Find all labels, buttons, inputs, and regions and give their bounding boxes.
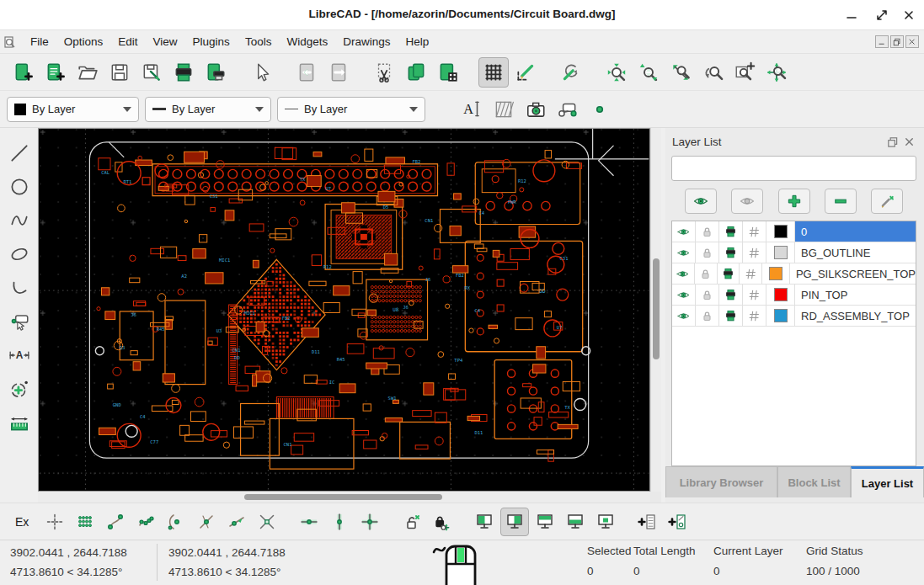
hide-all-layers-button[interactable] (731, 189, 763, 214)
snap-center-button[interactable] (162, 508, 190, 536)
snap-intersection-button[interactable] (253, 508, 281, 536)
close-button[interactable] (899, 5, 919, 25)
snap-middle-button[interactable] (192, 508, 221, 536)
layer-row-RD_ASSEMBLY_TOP[interactable]: RD_ASSEMBLY_TOP (672, 306, 916, 327)
layer-print-icon[interactable] (719, 285, 743, 305)
vertical-scrollbar-thumb[interactable] (653, 258, 660, 359)
hatch-tool-button[interactable] (489, 94, 519, 125)
print-preview-button[interactable] (200, 57, 231, 88)
copy-button[interactable] (401, 57, 431, 88)
layer-color-swatch[interactable] (766, 221, 795, 242)
vertical-scrollbar[interactable] (650, 128, 661, 492)
snap-endpoints-button[interactable] (101, 508, 130, 536)
layer-color-swatch[interactable] (766, 285, 795, 305)
dock-top-button[interactable] (531, 508, 559, 536)
snap-grid-button[interactable] (71, 508, 99, 536)
block-tool-button[interactable] (553, 94, 583, 125)
layer-visible-icon[interactable] (672, 242, 696, 263)
layer-lock-icon[interactable] (695, 263, 718, 284)
menu-plugins[interactable]: Plugins (185, 32, 238, 51)
pen-linetype-combo[interactable]: By Layer (277, 97, 425, 122)
layer-lock-icon[interactable] (696, 221, 719, 242)
save-as-button[interactable] (136, 57, 167, 88)
layer-name[interactable]: PG_SILKSCREEN_TOP (790, 263, 916, 284)
zoom-window-button[interactable] (729, 57, 760, 88)
horizontal-scrollbar[interactable] (38, 492, 650, 503)
menu-options[interactable]: Options (56, 32, 111, 51)
layer-row-PG_SILKSCREEN_TOP[interactable]: PG_SILKSCREEN_TOP (672, 263, 916, 285)
spline-tool-button[interactable] (4, 205, 35, 236)
show-all-layers-button[interactable] (685, 189, 717, 214)
undo-button[interactable] (291, 57, 322, 88)
layer-name[interactable]: BG_OUTLINE (795, 242, 916, 263)
layer-visible-icon[interactable] (672, 285, 696, 305)
add-layer-button[interactable] (778, 189, 810, 214)
pen-color-combo[interactable]: By Layer (7, 97, 139, 122)
dock-floating-button[interactable] (591, 508, 620, 536)
menu-tools[interactable]: Tools (238, 32, 280, 51)
tab-block-list[interactable]: Block List (777, 466, 851, 497)
zoom-out-button[interactable] (633, 57, 664, 88)
layer-print-icon[interactable] (719, 242, 743, 263)
cut-button[interactable] (369, 57, 399, 88)
restore-button[interactable] (872, 5, 892, 25)
layer-construction-icon[interactable] (740, 263, 762, 284)
float-panel-icon[interactable] (884, 133, 900, 150)
print-button[interactable] (168, 57, 199, 88)
restrict-vertical-button[interactable] (325, 508, 354, 536)
edit-layer-button[interactable] (871, 189, 903, 214)
line-tool-button[interactable] (4, 138, 35, 168)
layer-visible-icon[interactable] (672, 221, 696, 242)
dock-left-button[interactable] (470, 508, 499, 536)
horizontal-scrollbar-thumb[interactable] (244, 494, 442, 500)
layer-construction-icon[interactable] (743, 221, 766, 242)
menu-edit[interactable]: Edit (110, 32, 145, 51)
layer-visible-icon[interactable] (672, 306, 696, 326)
point-tool-button[interactable] (585, 94, 615, 125)
layer-print-icon[interactable] (719, 306, 743, 326)
modify-tool-button[interactable] (4, 374, 35, 404)
close-panel-icon[interactable] (900, 133, 917, 150)
ellipse-tool-button[interactable] (4, 239, 35, 269)
layer-visible-icon[interactable] (672, 263, 695, 284)
new-from-template-button[interactable] (40, 57, 71, 88)
mdi-restore-button[interactable] (890, 35, 904, 48)
zoom-previous-button[interactable] (697, 57, 728, 88)
image-tool-button[interactable] (521, 94, 551, 125)
select-pointer-button[interactable] (246, 57, 276, 88)
menu-view[interactable]: View (146, 32, 185, 51)
dimension-tool-button[interactable]: A (4, 340, 35, 370)
mdi-minimize-button[interactable] (875, 35, 889, 48)
snap-relative-zero-button[interactable] (398, 508, 426, 536)
arc-tool-button[interactable] (4, 273, 35, 303)
restrict-horizontal-button[interactable] (295, 508, 323, 536)
menu-widgets[interactable]: Widgets (279, 32, 335, 51)
new-button[interactable] (8, 57, 39, 88)
layer-color-swatch[interactable] (766, 242, 795, 263)
redo-button[interactable] (323, 57, 354, 88)
zoom-auto-button[interactable] (665, 57, 696, 88)
add-dock-list-button[interactable] (633, 508, 662, 536)
menu-help[interactable]: Help (398, 32, 436, 51)
menu-drawings[interactable]: Drawings (335, 32, 398, 51)
snap-distance-button[interactable] (222, 508, 251, 536)
paste-button[interactable] (433, 57, 463, 88)
layer-construction-icon[interactable] (743, 306, 766, 326)
layer-name[interactable]: RD_ASSEMBLY_TOP (795, 306, 916, 326)
snap-on-entity-button[interactable] (131, 508, 160, 536)
restrict-orthogonal-button[interactable] (355, 508, 384, 536)
circle-tool-button[interactable] (4, 172, 35, 202)
layer-color-swatch[interactable] (762, 263, 790, 284)
drawing-canvas[interactable]: U8DDC77FB2R45Q3FB2DDRT1CN1J6U3R12U7SW1GN… (38, 128, 650, 492)
zoom-in-button[interactable] (601, 57, 632, 88)
snap-free-button[interactable] (40, 508, 69, 536)
layer-lock-icon[interactable] (696, 306, 719, 326)
layer-construction-icon[interactable] (743, 242, 766, 263)
mdi-close-button[interactable] (905, 35, 919, 48)
layer-lock-icon[interactable] (696, 285, 719, 305)
layer-color-swatch[interactable] (766, 306, 795, 326)
text-tool-button[interactable]: A (457, 94, 487, 125)
layer-row-0[interactable]: 0 (672, 221, 916, 242)
menu-file[interactable]: File (23, 32, 56, 51)
dock-right-button[interactable] (500, 508, 529, 536)
